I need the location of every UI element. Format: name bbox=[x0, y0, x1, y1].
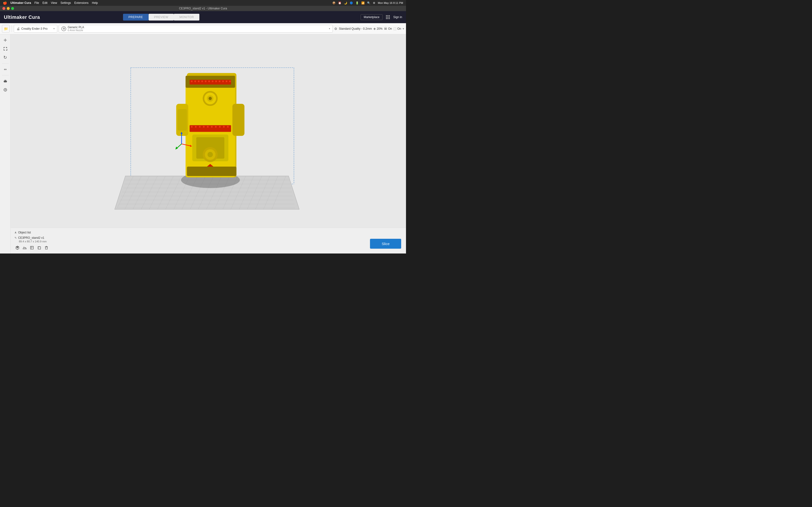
svg-rect-47 bbox=[205, 80, 207, 82]
edit-icon: ✎ bbox=[14, 236, 17, 239]
svg-rect-65 bbox=[199, 126, 201, 128]
logo-light: Ultimaker bbox=[4, 14, 27, 20]
3d-viewport-svg bbox=[11, 34, 406, 253]
collapse-icon: ∧ bbox=[14, 231, 17, 234]
per-model-settings-icon bbox=[3, 88, 7, 92]
printer-icon: 🖨 bbox=[16, 27, 20, 31]
svg-rect-48 bbox=[208, 80, 210, 82]
svg-point-4 bbox=[5, 89, 6, 90]
app-menu-name: Ultimaker Cura bbox=[10, 1, 31, 5]
window-controls bbox=[2, 7, 14, 10]
settings-expand-chevron[interactable]: ▾ bbox=[403, 27, 404, 31]
svg-rect-79 bbox=[187, 167, 236, 176]
copy-icon bbox=[37, 245, 41, 250]
move-tool-button[interactable]: ✛ bbox=[1, 36, 9, 44]
window: CE3PRO_stand2 v1 - Ultimaker Cura Ultima… bbox=[0, 6, 406, 253]
menu-settings[interactable]: Settings bbox=[60, 1, 71, 5]
bottom-panel: ∧ Object list ✎ CE3PRO_stand2 v1 89.4 x … bbox=[11, 228, 406, 253]
rotate-tool-button[interactable]: ↻ bbox=[1, 54, 9, 61]
printer-name: Creality Ender-3 Pro bbox=[21, 27, 48, 31]
minimize-button[interactable] bbox=[7, 7, 10, 10]
folder-icon: 📁 bbox=[4, 27, 8, 31]
menubar: 🍎 Ultimaker Cura File Edit View Settings… bbox=[0, 0, 406, 6]
scale-tool-button[interactable] bbox=[1, 45, 9, 53]
svg-rect-64 bbox=[195, 126, 197, 128]
svg-rect-63 bbox=[191, 126, 193, 128]
delete-button[interactable] bbox=[44, 245, 49, 250]
scale-icon bbox=[3, 47, 7, 51]
svg-rect-88 bbox=[45, 247, 47, 249]
tab-monitor[interactable]: MONITOR bbox=[174, 14, 199, 20]
svg-rect-67 bbox=[207, 126, 209, 128]
close-button[interactable] bbox=[2, 7, 5, 10]
svg-rect-53 bbox=[226, 80, 227, 82]
sign-in-button[interactable]: Sign in bbox=[393, 15, 402, 19]
trash-icon bbox=[44, 245, 49, 250]
svg-rect-43 bbox=[191, 80, 193, 82]
svg-rect-51 bbox=[219, 80, 220, 82]
svg-rect-60 bbox=[233, 104, 245, 136]
svg-rect-86 bbox=[31, 246, 33, 249]
menubar-time: Mon May 16 8:11 PM bbox=[378, 1, 403, 4]
apps-grid-icon[interactable] bbox=[385, 14, 391, 20]
menubar-search-icon[interactable]: 🔍 bbox=[367, 1, 370, 5]
printer-dropdown[interactable]: 🖨 Creality Ender-3 Pro ▾ bbox=[14, 25, 57, 33]
object-name: CE3PRO_stand2 v1 bbox=[18, 236, 44, 239]
menu-help[interactable]: Help bbox=[92, 1, 98, 5]
tab-prepare[interactable]: PREPARE bbox=[123, 14, 149, 20]
nav-tabs: PREPARE PREVIEW MONITOR bbox=[123, 14, 200, 20]
svg-rect-2 bbox=[4, 81, 7, 82]
menu-view[interactable]: View bbox=[51, 1, 57, 5]
apple-menu[interactable]: 🍎 bbox=[3, 1, 7, 5]
left-toolbar-divider-2 bbox=[2, 75, 9, 75]
slice-button[interactable]: Slice bbox=[370, 239, 401, 249]
menubar-left: 🍎 Ultimaker Cura File Edit View Settings… bbox=[3, 1, 98, 5]
menu-edit[interactable]: Edit bbox=[43, 1, 48, 5]
svg-rect-71 bbox=[223, 126, 225, 128]
cube-icon bbox=[15, 245, 19, 250]
menu-extensions[interactable]: Extensions bbox=[74, 1, 89, 5]
material-dropdown[interactable]: ① Generic PLA 0.4mm Nozzle ▾ bbox=[59, 25, 333, 33]
box-button[interactable] bbox=[29, 245, 35, 250]
open-file-button[interactable]: 📁 bbox=[2, 25, 10, 33]
menu-file[interactable]: File bbox=[34, 1, 39, 5]
adhesion-icon: ⬚ bbox=[394, 27, 396, 31]
svg-marker-85 bbox=[175, 147, 178, 150]
viewport[interactable]: ∧ Object list ✎ CE3PRO_stand2 v1 89.4 x … bbox=[11, 34, 406, 253]
app-logo: Ultimaker Cura bbox=[4, 14, 40, 20]
svg-rect-45 bbox=[198, 80, 200, 82]
svg-rect-68 bbox=[211, 126, 213, 128]
support-icon: 🏛 bbox=[384, 27, 387, 31]
titlebar: CE3PRO_stand2 v1 - Ultimaker Cura bbox=[0, 6, 406, 11]
menubar-right: 📦 ⏰ 🌙 🔵 🔋 📶 🔍 ⚙ Mon May 16 8:11 PM bbox=[332, 1, 403, 5]
per-model-settings-button[interactable] bbox=[1, 86, 9, 94]
svg-rect-49 bbox=[212, 80, 213, 82]
mirror-tool-button[interactable]: ⇔ bbox=[1, 65, 9, 73]
left-toolbar: ✛ ↻ ⇔ bbox=[0, 34, 11, 253]
infill-setting: ◈ 20% bbox=[373, 27, 383, 31]
tab-preview[interactable]: PREVIEW bbox=[149, 14, 174, 20]
svg-rect-50 bbox=[215, 80, 217, 82]
window-title: CE3PRO_stand2 v1 - Ultimaker Cura bbox=[179, 7, 227, 10]
support-blocker-button[interactable] bbox=[1, 77, 9, 85]
main-area: ✛ ↻ ⇔ bbox=[0, 34, 406, 253]
marketplace-button[interactable]: Marketplace bbox=[361, 14, 383, 20]
surface-button[interactable] bbox=[22, 245, 28, 250]
menubar-control-icon: ⚙ bbox=[373, 1, 375, 5]
support-blocker-icon bbox=[3, 79, 7, 83]
view-3d-button[interactable] bbox=[14, 245, 20, 250]
toolbar: 📁 🖨 Creality Ender-3 Pro ▾ ① Generic PLA… bbox=[0, 23, 406, 34]
object-list-header[interactable]: ∧ Object list bbox=[14, 231, 402, 234]
infill-icon: ◈ bbox=[373, 27, 376, 31]
maximize-button[interactable] bbox=[11, 7, 14, 10]
object-actions bbox=[14, 245, 402, 250]
mirror-icon: ⇔ bbox=[4, 67, 7, 71]
svg-rect-61 bbox=[177, 109, 187, 131]
material-icon: ① bbox=[61, 26, 66, 31]
settings-sliders-icon: ⚙ bbox=[334, 27, 337, 31]
surface-icon bbox=[22, 245, 27, 250]
adhesion-setting: ⬚ On bbox=[394, 27, 401, 31]
material-chevron-icon: ▾ bbox=[329, 27, 330, 30]
copy-button[interactable] bbox=[36, 245, 42, 250]
svg-rect-69 bbox=[215, 126, 217, 128]
